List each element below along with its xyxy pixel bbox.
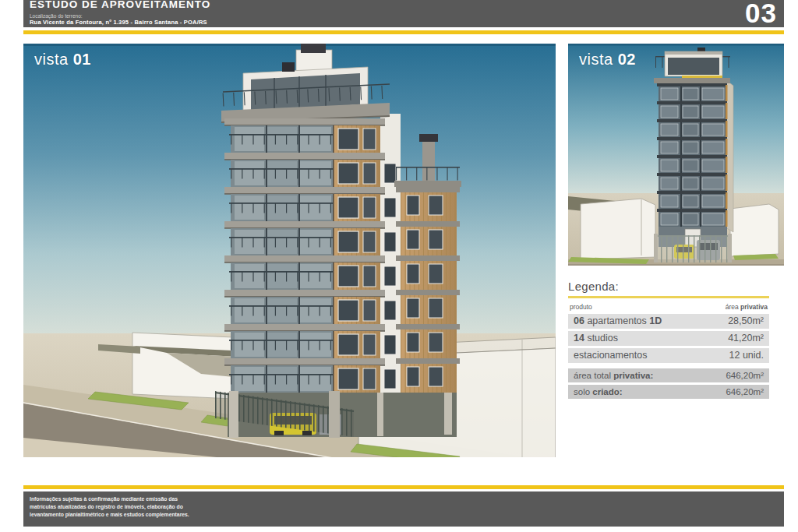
- accent-bar-bottom: [23, 485, 784, 489]
- legend-row-label: 14 studios: [574, 333, 618, 344]
- vista-02-render: [568, 44, 784, 266]
- legend-row-estacionamentos: estacionamentos 12 unid.: [568, 348, 769, 363]
- legend-row-label: 06 apartamentos 1D: [574, 315, 662, 326]
- legend-total-value: 646,20m²: [726, 371, 764, 380]
- legend-total-solo-criado: solo criado: 646,20m²: [568, 385, 769, 399]
- vista-01-panel: vista 01: [23, 44, 556, 457]
- accent-bar-top: [23, 30, 784, 34]
- legend-row-label: estacionamentos: [574, 350, 648, 361]
- footer-disclaimer: Informações sujeitas à confirmação media…: [23, 491, 196, 519]
- location-label: Localização do terreno:: [30, 13, 778, 19]
- location-value: Rua Vicente da Fontoura, nº 1.395 - Bair…: [30, 19, 778, 26]
- legend-title: Legenda:: [568, 280, 769, 293]
- page-title: ESTUDO DE APROVEITAMENTO: [30, 0, 778, 11]
- legend-totals: área total privativa: 646,20m² solo cria…: [568, 368, 769, 399]
- legend-row-studios: 14 studios 41,20m²: [568, 331, 769, 346]
- sheet-page: ESTUDO DE APROVEITAMENTO Localização do …: [0, 0, 798, 532]
- legend-total-value: 646,20m²: [726, 387, 764, 396]
- vista-02-label: vista 02: [579, 51, 636, 69]
- vista-02-panel: vista 02: [568, 44, 784, 266]
- legend-total-label: área total privativa:: [574, 371, 653, 380]
- page-header: ESTUDO DE APROVEITAMENTO Localização do …: [23, 0, 784, 27]
- page-footer: Informações sujeitas à confirmação media…: [23, 491, 784, 527]
- legend-row-apartamentos: 06 apartamentos 1D 28,50m²: [568, 314, 769, 329]
- legend-panel: Legenda: produto área privativa 06 apart…: [568, 280, 769, 401]
- legend-row-value: 41,20m²: [728, 333, 764, 344]
- legend-total-label: solo criado:: [574, 387, 623, 396]
- legend-col-area: área privativa: [726, 303, 768, 311]
- legend-row-value: 28,50m²: [728, 315, 764, 326]
- legend-total-area-privativa: área total privativa: 646,20m²: [568, 368, 769, 382]
- legend-col-product: produto: [570, 303, 592, 311]
- gate-and-cars: [654, 234, 732, 262]
- legend-column-headers: produto área privativa: [568, 302, 769, 314]
- legend-underline: [568, 296, 769, 298]
- page-number: 03: [745, 0, 777, 29]
- vista-01-render: [23, 44, 556, 457]
- legend-row-value: 12 unid.: [729, 350, 764, 361]
- vista-01-label: vista 01: [34, 51, 91, 69]
